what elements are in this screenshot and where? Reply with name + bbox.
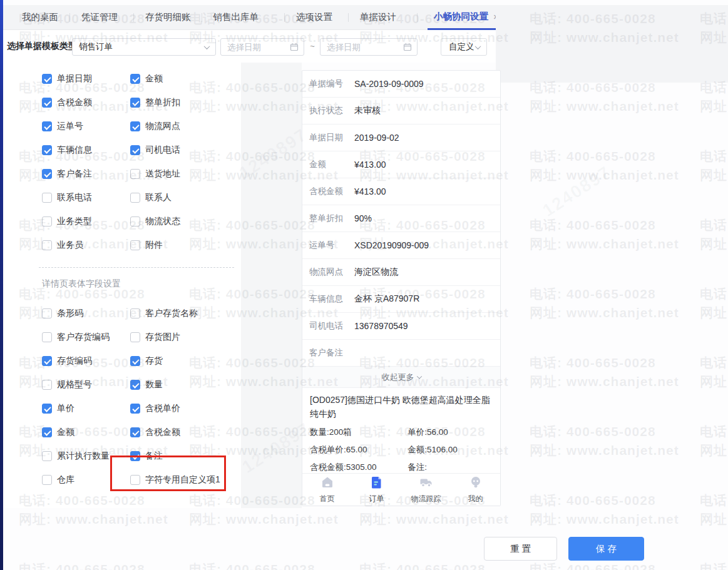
preview-row-value: 13678970549 (354, 321, 408, 331)
field-checkbox-item[interactable]: 业务员 (42, 233, 130, 257)
field-checkbox-item[interactable]: 送货地址 (130, 162, 246, 186)
checkbox-checked-icon[interactable] (130, 356, 140, 366)
watermark-url-text: 网址: www.chanjet.net (700, 442, 728, 459)
checkbox-unchecked-icon[interactable] (42, 308, 52, 318)
checkbox-checked-icon[interactable] (42, 74, 52, 84)
nav-item-首页[interactable]: 首页 (302, 474, 352, 506)
field-checkbox-item[interactable]: 含税单价 (130, 397, 246, 420)
mode-select[interactable]: 自定义 (441, 38, 487, 56)
field-checkbox-item[interactable]: 整单折扣 (130, 91, 246, 115)
tab-7[interactable]: 小畅协同设置× (428, 5, 505, 30)
checkbox-checked-icon[interactable] (130, 404, 140, 414)
field-checkbox-item[interactable]: 客户存货名称 (130, 302, 246, 325)
field-checkbox-label: 金额 (57, 427, 74, 438)
checkbox-unchecked-icon[interactable] (130, 169, 140, 179)
save-button[interactable]: 保存 (568, 537, 644, 561)
field-checkbox-item[interactable]: 客户备注 (42, 162, 130, 186)
tab-label: 选项设置 (296, 11, 332, 23)
preview-row: 执行状态未审核 (302, 98, 500, 125)
field-checkbox-item[interactable]: 附件 (130, 233, 246, 257)
field-checkbox-item[interactable]: 联系人 (130, 186, 246, 210)
field-checkbox-item[interactable]: 客户存货编码 (42, 325, 130, 349)
checkbox-unchecked-icon[interactable] (42, 193, 52, 203)
date-end-input[interactable] (327, 43, 386, 52)
checkbox-unchecked-icon[interactable] (130, 193, 140, 203)
checkbox-checked-icon[interactable] (130, 427, 140, 437)
nav-item-物流跟踪[interactable]: 物流跟踪 (401, 474, 451, 506)
checkbox-checked-icon[interactable] (42, 404, 52, 414)
checkbox-unchecked-icon[interactable] (42, 216, 52, 226)
checkbox-unchecked-icon[interactable] (42, 451, 52, 461)
checkbox-unchecked-icon[interactable] (42, 332, 52, 342)
checkbox-unchecked-icon[interactable] (42, 240, 52, 250)
checkbox-checked-icon[interactable] (130, 380, 140, 390)
nav-item-订单[interactable]: 订单 (352, 474, 401, 506)
preview-row-value: XSD20190909-009 (354, 240, 429, 250)
field-checkbox-item[interactable]: 单价 (42, 397, 130, 420)
nav-item-我的[interactable]: 我的 (451, 474, 500, 506)
field-checkbox-item[interactable]: 条形码 (42, 302, 130, 325)
checkbox-checked-icon[interactable] (42, 145, 52, 155)
checkbox-checked-icon[interactable] (42, 427, 52, 437)
field-checkbox-item[interactable]: 规格型号 (42, 373, 130, 397)
checkbox-unchecked-icon[interactable] (130, 216, 140, 226)
tab-1[interactable]: 我的桌面 (21, 5, 59, 30)
field-checkbox-item[interactable]: 含税金额 (130, 420, 246, 444)
field-checkbox-item[interactable]: 存货图片 (130, 325, 246, 349)
checkbox-checked-icon[interactable] (130, 121, 140, 131)
watermark-phone-text: 电话: 400-665-0028 (530, 148, 656, 165)
checkbox-unchecked-icon[interactable] (130, 308, 140, 318)
tab-5[interactable]: 选项设置 (295, 5, 334, 30)
watermark-diagonal-id: 1240897 (539, 162, 615, 221)
template-type-select[interactable]: 销售订单 (72, 38, 216, 56)
checkbox-checked-icon[interactable] (130, 451, 140, 461)
field-checkbox-item[interactable]: 仓库 (42, 468, 130, 492)
field-checkbox-item[interactable]: 金额 (42, 420, 130, 444)
watermark-url-text: 网址: www.chanjet.net (530, 166, 679, 184)
checkbox-unchecked-icon[interactable] (130, 332, 140, 342)
tab-3[interactable]: 存货明细账 (144, 5, 192, 30)
date-start-field[interactable] (220, 38, 304, 56)
checkbox-unchecked-icon[interactable] (130, 475, 140, 485)
checkbox-checked-icon[interactable] (42, 121, 52, 131)
item-field: 数量:200箱 (310, 427, 408, 438)
preview-row-label: 执行状态 (309, 105, 354, 116)
checkbox-unchecked-icon[interactable] (42, 475, 52, 485)
field-checkbox-item[interactable]: 金额 (130, 67, 246, 91)
checkbox-checked-icon[interactable] (130, 145, 140, 155)
reset-button[interactable]: 重置 (484, 537, 557, 561)
field-checkbox-item[interactable]: 业务类型 (42, 210, 130, 233)
field-checkbox-item[interactable]: 司机电话 (130, 138, 246, 162)
checkbox-unchecked-icon[interactable] (130, 240, 140, 250)
field-checkbox-item[interactable]: 备注 (130, 444, 246, 468)
field-checkbox-item[interactable]: 车辆信息 (42, 138, 130, 162)
truck-icon (419, 476, 433, 492)
field-checkbox-item[interactable]: 字符专用自定义项1 (130, 468, 246, 492)
field-checkbox-item[interactable]: 累计执行数量 (42, 444, 130, 468)
checkbox-checked-icon[interactable] (42, 169, 52, 179)
field-checkbox-item[interactable]: 单据日期 (42, 67, 130, 91)
tab-2[interactable]: 凭证管理 (80, 5, 119, 30)
collapse-more-button[interactable]: 收起更多 (302, 367, 500, 388)
field-checkbox-item[interactable]: 数量 (130, 373, 246, 397)
date-end-field[interactable] (320, 38, 418, 56)
field-checkbox-item[interactable]: 联系电话 (42, 186, 130, 210)
field-checkbox-item[interactable]: 存货 (130, 349, 246, 373)
checkbox-checked-icon[interactable] (130, 98, 140, 108)
field-checkbox-item[interactable]: 物流网点 (130, 115, 246, 138)
checkbox-checked-icon[interactable] (42, 356, 52, 366)
field-checkbox-item[interactable]: 运单号 (42, 115, 130, 138)
date-start-input[interactable] (227, 43, 287, 52)
preview-row-label: 单据日期 (309, 132, 354, 143)
checkbox-checked-icon[interactable] (42, 98, 52, 108)
checkbox-checked-icon[interactable] (130, 74, 140, 84)
checkbox-unchecked-icon[interactable] (42, 380, 52, 390)
field-checkbox-item[interactable]: 物流状态 (130, 210, 246, 233)
tab-6[interactable]: 单据设计 (359, 5, 397, 30)
preview-row-label: 物流网点 (309, 267, 354, 278)
tab-4[interactable]: 销售出库单 (212, 5, 260, 30)
watermark-url-text: 网址: www.chanjet.net (530, 442, 679, 459)
field-checkbox-item[interactable]: 存货编码 (42, 349, 130, 373)
field-checkbox-item[interactable]: 含税金额 (42, 91, 130, 115)
watermark-url-text: 网址: www.chanjet.net (530, 511, 679, 528)
